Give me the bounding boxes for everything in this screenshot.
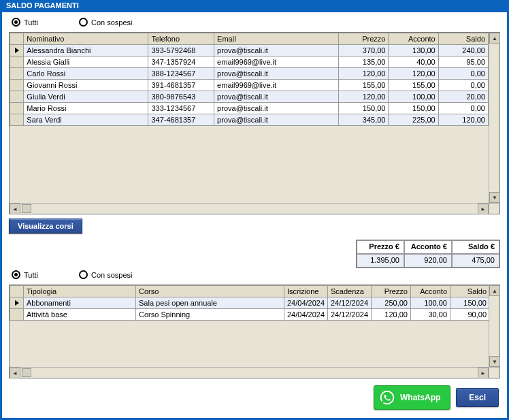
col-prezzo[interactable]: Prezzo <box>339 33 389 45</box>
cell-email: prova@tiscali.it <box>214 68 339 80</box>
scroll-right-icon[interactable]: ► <box>478 204 489 214</box>
table-row[interactable]: Alessandra Bianchi393-5792468prova@tisca… <box>10 45 489 56</box>
cell-telefono: 333-1234567 <box>148 103 214 114</box>
col-nominativo[interactable]: Nominativo <box>24 33 148 45</box>
col-corso[interactable]: Corso <box>136 286 284 297</box>
row-header <box>10 91 24 103</box>
scroll-left-icon[interactable]: ◄ <box>10 204 20 214</box>
cell-acconto: 225,00 <box>389 114 438 126</box>
cell-tipologia: Abbonamenti <box>24 297 136 309</box>
scroll-up-icon[interactable]: ▲ <box>489 285 500 296</box>
window-title: SALDO PAGAMENTI <box>6 1 79 10</box>
row-header <box>10 114 24 126</box>
table-row[interactable]: Carlo Rossi388-1234567prova@tiscali.it12… <box>10 68 489 80</box>
col-prezzo[interactable]: Prezzo <box>372 286 411 297</box>
cell-corso: Corso Spinning <box>136 309 284 321</box>
cell-saldo: 240,00 <box>438 45 488 56</box>
cell-prezzo: 120,00 <box>339 91 389 103</box>
radio-label: Tutti <box>24 18 38 27</box>
cell-acconto: 40,00 <box>389 56 438 68</box>
vertical-scrollbar[interactable]: ▲ ▼ <box>489 33 499 203</box>
button-label: Esci <box>469 393 486 402</box>
radio-tutti-top[interactable]: Tutti <box>12 18 38 27</box>
visualizza-corsi-button[interactable]: Visualizza corsi <box>9 219 82 233</box>
cell-saldo: 95,00 <box>438 56 488 68</box>
row-header <box>10 56 24 68</box>
col-saldo[interactable]: Saldo <box>438 33 488 45</box>
cell-prezzo: 135,00 <box>339 56 389 68</box>
esci-button[interactable]: Esci <box>456 388 499 407</box>
cell-nominativo: Giovanni Rossi <box>24 80 148 91</box>
col-tipologia[interactable]: Tipologia <box>24 286 136 297</box>
scroll-down-icon[interactable]: ▼ <box>489 192 500 203</box>
radio-con-sospesi-top[interactable]: Con sospesi <box>79 18 133 27</box>
scroll-track[interactable] <box>20 368 478 378</box>
current-row-marker-icon <box>15 300 19 306</box>
scroll-thumb[interactable] <box>22 368 31 377</box>
whatsapp-button[interactable]: WhatsApp <box>374 385 450 410</box>
filter-radios-top: Tutti Con sospesi <box>9 18 500 27</box>
cell-corso: Sala pesi open annuale <box>136 297 284 309</box>
cell-email: email9969@live.it <box>214 80 339 91</box>
grid-body: Tipologia Corso Iscrizione Scadenza Prez… <box>10 285 489 367</box>
cell-acconto: 150,00 <box>389 103 438 114</box>
cell-acconto: 100,00 <box>411 297 450 309</box>
cell-prezzo: 150,00 <box>339 103 389 114</box>
cell-prezzo: 155,00 <box>339 80 389 91</box>
total-prezzo-header: Prezzo € <box>357 240 404 254</box>
vertical-scrollbar[interactable]: ▲ ▼ <box>489 285 499 367</box>
col-scadenza[interactable]: Scadenza <box>328 286 372 297</box>
table-row[interactable]: Alessia Gialli347-1357924email9969@live.… <box>10 56 489 68</box>
radio-label: Tutti <box>24 271 38 279</box>
total-acconto-header: Acconto € <box>404 240 452 254</box>
col-saldo[interactable]: Saldo <box>450 286 489 297</box>
clients-grid[interactable]: Nominativo Telefono Email Prezzo Acconto… <box>9 32 500 214</box>
cell-prezzo: 250,00 <box>372 297 411 309</box>
row-header <box>10 103 24 114</box>
courses-grid[interactable]: Tipologia Corso Iscrizione Scadenza Prez… <box>9 285 500 378</box>
radio-tutti-bottom[interactable]: Tutti <box>12 270 38 279</box>
scroll-left-icon[interactable]: ◄ <box>10 368 20 378</box>
grid-corner-header <box>10 286 24 297</box>
table-row[interactable]: Mario Rossi333-1234567prova@tiscali.it15… <box>10 103 489 114</box>
scroll-down-icon[interactable]: ▼ <box>489 356 500 367</box>
table-row[interactable]: Giovanni Rossi391-4681357email9969@live.… <box>10 80 489 91</box>
col-email[interactable]: Email <box>214 33 339 45</box>
cell-acconto: 30,00 <box>411 309 450 321</box>
cell-acconto: 155,00 <box>389 80 438 91</box>
row-header <box>10 309 24 321</box>
totals-panel: Prezzo € 1.395,00 Acconto € 920,00 Saldo… <box>356 240 500 268</box>
table-row[interactable]: Giulia Verdi380-9876543prova@tiscali.it1… <box>10 91 489 103</box>
current-row-marker-icon <box>15 48 19 53</box>
grid-corner-header <box>10 33 24 45</box>
total-saldo-value: 475,00 <box>452 254 499 268</box>
row-header <box>10 80 24 91</box>
col-telefono[interactable]: Telefono <box>148 33 214 45</box>
scroll-track[interactable] <box>20 204 478 214</box>
col-acconto[interactable]: Acconto <box>411 286 450 297</box>
titlebar: SALDO PAGAMENTI <box>2 0 507 12</box>
radio-label: Con sospesi <box>91 18 133 27</box>
cell-email: prova@tiscali.it <box>214 91 339 103</box>
scroll-right-icon[interactable]: ► <box>478 368 489 378</box>
col-iscrizione[interactable]: Iscrizione <box>284 286 328 297</box>
table-row[interactable]: Attività baseCorso Spinning24/04/202424/… <box>10 309 489 321</box>
cell-telefono: 347-4681357 <box>148 114 214 126</box>
cell-scadenza: 24/12/2024 <box>328 297 372 309</box>
cell-saldo: 0,00 <box>438 80 488 91</box>
col-acconto[interactable]: Acconto <box>389 33 438 45</box>
radio-icon <box>79 18 88 27</box>
horizontal-scrollbar[interactable]: ◄ ► <box>10 203 489 214</box>
row-header <box>10 297 24 309</box>
grid-body: Nominativo Telefono Email Prezzo Acconto… <box>10 33 489 203</box>
scroll-thumb[interactable] <box>22 204 31 213</box>
horizontal-scrollbar[interactable]: ◄ ► <box>10 367 489 378</box>
scroll-up-icon[interactable]: ▲ <box>489 33 500 44</box>
cell-scadenza: 24/12/2024 <box>328 309 372 321</box>
table-row[interactable]: Sara Verdi347-4681357prova@tiscali.it345… <box>10 114 489 126</box>
table-row[interactable]: AbbonamentiSala pesi open annuale24/04/2… <box>10 297 489 309</box>
cell-acconto: 100,00 <box>389 91 438 103</box>
radio-con-sospesi-bottom[interactable]: Con sospesi <box>79 270 133 279</box>
cell-email: prova@tiscali.it <box>214 114 339 126</box>
total-prezzo-value: 1.395,00 <box>357 254 404 268</box>
